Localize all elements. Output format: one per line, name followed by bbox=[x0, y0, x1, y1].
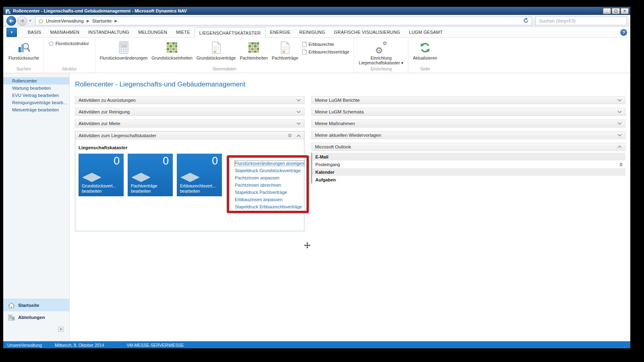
link-erbbauzinsen-anpassen[interactable]: Erbbauzinsen anpassen bbox=[235, 197, 282, 202]
diamond-icon bbox=[82, 173, 101, 182]
tab-miete[interactable]: MIETE bbox=[172, 27, 195, 37]
sidebar-item-startseite[interactable]: Startseite bbox=[3, 299, 69, 311]
ribbon-group-stammdaten: 1234 Flurstücksveränderungen Grundstücks… bbox=[95, 38, 354, 73]
chevron-down-icon bbox=[617, 122, 622, 125]
sidebar-item-reinigungsvertraege[interactable]: Reinigungsverträge bearb... bbox=[3, 99, 69, 106]
outlook-row-kalender[interactable]: Kalender bbox=[312, 168, 625, 176]
titlebar: Rollencenter - Liegenschafts-und Gebäude… bbox=[3, 7, 630, 15]
breadcrumb-page[interactable]: Startseite bbox=[92, 19, 112, 23]
tab-massnahmen[interactable]: MAßNAHMEN bbox=[46, 27, 84, 37]
refresh-icon bbox=[420, 40, 431, 55]
document-icon bbox=[211, 40, 221, 55]
sidebar-item-mietvertraege-bearbeiten[interactable]: Mietverträge bearbeiten bbox=[3, 106, 69, 113]
outlook-row-posteingang[interactable]: Posteingang 0 bbox=[312, 160, 625, 168]
ribbon-group-seite: Aktualisieren Seite bbox=[408, 38, 441, 73]
help-icon[interactable]: ? bbox=[620, 29, 627, 36]
sidebar-item-wartung-bearbeiten[interactable]: Wartung bearbeiten bbox=[3, 84, 69, 92]
restore-button[interactable]: ▢ bbox=[612, 8, 620, 14]
section-aktivitaeten-ausruestungen[interactable]: Aktivitäten zu Ausrüstungen bbox=[75, 96, 304, 104]
ribbon-group-label-suchen: Suchen bbox=[6, 66, 41, 73]
move-cursor-icon bbox=[304, 242, 311, 250]
status-company: UnsereVerwaltung bbox=[7, 343, 42, 348]
erbbaurechtsvertraege-button[interactable]: Erbbaurechtsverträge bbox=[300, 48, 351, 56]
panel-content: Liegenschaftskataster 0 Grundstücksvert.… bbox=[75, 140, 304, 231]
link-stapeldruck-grundstuecksvertraege[interactable]: Stapeldruck Grundstücksverträge bbox=[235, 168, 300, 173]
flurstuecksveraenderungen-button[interactable]: 1234 Flurstücksveränderungen bbox=[98, 39, 149, 61]
cue-tile-pachtvertraege[interactable]: 0 Pachtverträgebearbeiten bbox=[128, 154, 173, 196]
back-button[interactable] bbox=[6, 16, 16, 26]
breadcrumb-separator-icon[interactable]: ▶ bbox=[87, 19, 89, 23]
sidebar-item-rollencenter[interactable]: Rollencenter bbox=[3, 77, 69, 84]
ribbon: Flurstückssuche Suchen Flurstücksstruktu… bbox=[3, 38, 630, 73]
home-icon bbox=[38, 19, 43, 23]
outlook-row-email[interactable]: E-Mail bbox=[312, 153, 625, 160]
refresh-address-icon[interactable] bbox=[523, 18, 529, 24]
cue-tile-erbbaurechtsvertraege[interactable]: 0 Erbbaurechtsvert...bearbeiten bbox=[177, 154, 222, 196]
ribbon-group-label-einrichtung: Einrichtung bbox=[356, 66, 406, 73]
flurstuecksstruktur-button[interactable]: Flurstücksstruktur bbox=[46, 39, 91, 47]
app-window: Rollencenter - Liegenschafts-und Gebäude… bbox=[3, 7, 630, 348]
forward-button[interactable] bbox=[17, 16, 27, 26]
chevron-down-icon bbox=[617, 99, 622, 101]
ribbon-group-label-stammdaten: Stammdaten bbox=[98, 66, 351, 73]
section-microsoft-outlook[interactable]: Microsoft Outlook bbox=[311, 143, 625, 151]
section-aktivitaeten-reinigung[interactable]: Aktivitäten zur Reinigung bbox=[75, 108, 304, 116]
tab-grafische-visualisierung[interactable]: GRAFISCHE VISUALISIERUNG bbox=[329, 27, 404, 37]
ribbon-group-suchen: Flurstückssuche Suchen bbox=[4, 38, 44, 73]
posteingang-count: 0 bbox=[620, 162, 622, 167]
tab-lugm-gesamt[interactable]: LUGM GESAMT bbox=[405, 27, 447, 37]
tab-reinigung[interactable]: REINIGUNG bbox=[295, 27, 329, 37]
einrichtung-liegenschaftskataster-button[interactable]: ⚙⚙ Einrichtung Liegenschaftskataster ▾ bbox=[357, 39, 405, 66]
sidebar-item-abteilungen[interactable]: Abteilungen bbox=[3, 311, 69, 323]
grundstueckseinheiten-button[interactable]: Grundstückseinheiten bbox=[149, 39, 195, 61]
tab-meldungen[interactable]: MELDUNGEN bbox=[134, 27, 172, 37]
section-aktivitaeten-miete[interactable]: Aktivitäten zur Miete bbox=[75, 119, 304, 128]
chevron-up-icon bbox=[617, 146, 622, 148]
grid-icon bbox=[248, 40, 259, 55]
link-pachtzinsen-anpassen[interactable]: Pachtzinsen anpassen bbox=[235, 175, 280, 180]
sidebar-bottom: Startseite Abteilungen ▼ bbox=[3, 299, 69, 341]
breadcrumb-root[interactable]: UnsereVerwaltung bbox=[46, 19, 84, 23]
tab-basis[interactable]: BASIS bbox=[23, 27, 46, 37]
minimize-button[interactable]: _ bbox=[603, 8, 611, 14]
aktualisieren-button[interactable]: Aktualisieren bbox=[411, 39, 439, 61]
section-meine-massnahmen[interactable]: Meine Maßnahmen bbox=[311, 119, 625, 128]
ribbon-group-struktur: Flurstücksstruktur Struktur bbox=[44, 38, 95, 73]
outlook-row-aufgaben[interactable]: Aufgaben bbox=[312, 176, 625, 183]
diamond-icon bbox=[180, 173, 200, 182]
tab-energie[interactable]: ENERGIE bbox=[265, 27, 295, 37]
forward-arrow-icon bbox=[20, 19, 25, 23]
link-stapeldruck-pachtvertraege[interactable]: Stapeldruck Pachtverträge bbox=[235, 190, 287, 195]
section-meine-lugm-schemata[interactable]: Meine LuGM Schemata bbox=[311, 108, 625, 116]
grid-icon bbox=[166, 40, 178, 55]
link-pachtzinsen-abrechnen[interactable]: Pachtzinsen abrechnen bbox=[235, 183, 281, 187]
flurstueckssuche-button[interactable]: Flurstückssuche bbox=[6, 39, 41, 61]
search-input[interactable] bbox=[535, 16, 627, 25]
house-icon bbox=[48, 41, 54, 46]
cue-tile-grundstuecksvertraege[interactable]: 0 Grundstücksvert...bearbeiten bbox=[79, 154, 124, 196]
sidebar-item-evu-vertrag-bearbeiten[interactable]: EVU Vertrag bearbeiten bbox=[3, 92, 69, 99]
app-menu-button[interactable]: ▼ bbox=[6, 28, 17, 37]
chevron-down-icon bbox=[296, 111, 301, 113]
tab-liegenschaftskataster[interactable]: LIEGENSCHAFTSKATASTER bbox=[195, 27, 265, 38]
sidebar-splitter[interactable]: ▼ bbox=[58, 327, 64, 332]
panel-header-liegenschaftskataster[interactable]: Aktivitäten zum Liegenschaftskataster ⚙ bbox=[75, 132, 304, 140]
erbbaurechte-button[interactable]: Erbbaurechte bbox=[300, 40, 351, 48]
link-flurstuecksveraenderungen-anzeigen[interactable]: Flurstücksveränderungen anzeigen bbox=[235, 161, 304, 166]
section-meine-lugm-berichte[interactable]: Meine LuGM Berichte bbox=[311, 96, 625, 104]
main-left-column: Aktivitäten zu Ausrüstungen Aktivitäten … bbox=[75, 96, 304, 235]
diamond-icon bbox=[131, 173, 151, 182]
pachteinheiten-button[interactable]: Pachteinheiten bbox=[238, 39, 269, 61]
breadcrumb[interactable]: UnsereVerwaltung ▶ Startseite ▶ bbox=[35, 16, 532, 25]
link-stapeldruck-erbbaurechtsvertraege[interactable]: Stapeldruck Erbbaurechtsverträge bbox=[235, 204, 302, 209]
grundstuecksvertraege-button[interactable]: Grundstücksverträge bbox=[195, 39, 238, 61]
ribbon-group-label-struktur: Struktur bbox=[46, 66, 93, 73]
sidebar: Rollencenter Wartung bearbeiten EVU Vert… bbox=[3, 73, 70, 341]
panel-settings-gear-icon[interactable]: ⚙ bbox=[288, 133, 292, 138]
close-button[interactable]: × bbox=[621, 8, 629, 14]
tab-instandhaltung[interactable]: INSTANDHALTUNG bbox=[84, 27, 134, 37]
section-meine-aktuellen-wiedervorlagen[interactable]: Meine aktuellen Wiedervorlagen bbox=[311, 131, 625, 139]
pachtvertraege-button[interactable]: Pachtverträge bbox=[270, 39, 300, 61]
breadcrumb-separator-icon[interactable]: ▶ bbox=[114, 19, 117, 23]
history-caret-icon[interactable]: ▼ bbox=[29, 19, 32, 23]
